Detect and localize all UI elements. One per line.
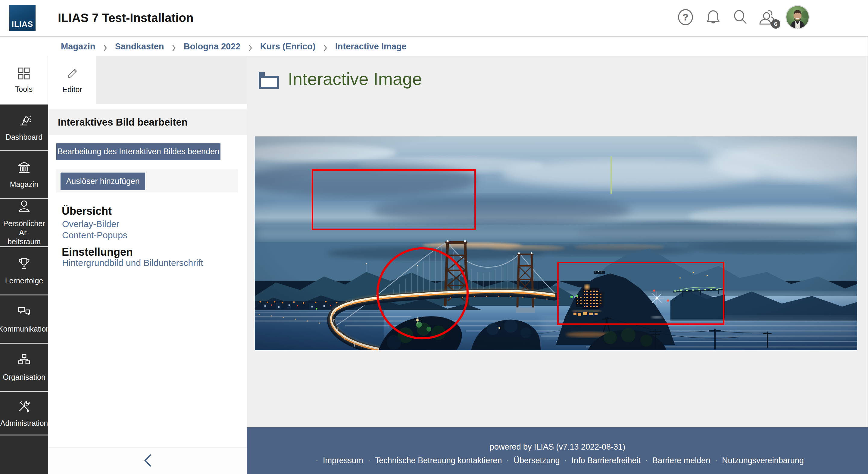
notifications-bell-icon[interactable] (705, 8, 722, 26)
sidebar-item-dashboard[interactable]: Dashboard (0, 104, 48, 151)
online-counter-badge: 6 (771, 19, 780, 29)
person-icon (17, 199, 31, 215)
tools-grid-icon (18, 67, 30, 81)
sidebar-item-label: Kommunikation (0, 324, 50, 334)
content-area: Interactive Image (247, 56, 868, 427)
finish-editing-button[interactable]: Bearbeitung des Interaktiven Bildes been… (56, 143, 220, 160)
sidebar-item-magazin[interactable]: Magazin (0, 151, 48, 199)
rail-filler (0, 436, 48, 474)
settings-links: Hintergrundbild und Bildunterschrift (62, 257, 203, 268)
sidebar-item-kommunikation[interactable]: Kommunikation (0, 295, 48, 344)
help-icon[interactable]: ? (677, 8, 694, 26)
editor-side-panel: Editor Interaktives Bild bearbeiten Bear… (48, 56, 247, 474)
footer-link-impressum[interactable]: Impressum (323, 456, 363, 465)
ilias-logo-text: ILIAS (9, 20, 35, 29)
content-scrollbar-thumb[interactable] (611, 156, 612, 194)
sidebar-item-personal-workspace[interactable]: Persönlicher Ar- beitsraum (0, 199, 48, 247)
sidebar-item-label: Organisation (3, 373, 45, 382)
sidebar-item-organisation[interactable]: Organisation (0, 344, 48, 392)
footer: powered by ILIAS (v7.13 2022-08-31) · Im… (247, 427, 868, 474)
breadcrumb-item-bologna[interactable]: Bologna 2022 (184, 41, 241, 52)
overview-section-heading: Übersicht (62, 205, 112, 217)
trophy-icon (17, 257, 31, 272)
sidebar-item-tools[interactable]: Tools (0, 56, 48, 104)
footer-link-barriere-melden[interactable]: Barriere melden (652, 456, 710, 465)
repository-bank-icon (17, 160, 31, 176)
dashboard-lamp-icon (17, 113, 31, 129)
footer-link-support[interactable]: Technische Betreuung kontaktieren (375, 456, 502, 465)
bridge-night-photo (255, 136, 857, 350)
sidebar-item-label: Dashboard (6, 132, 42, 141)
overview-links: Overlay-Bilder Content-Popups (62, 218, 127, 241)
collapse-panel-button[interactable] (48, 447, 247, 474)
breadcrumb-item-kurs[interactable]: Kurs (Enrico) (260, 41, 316, 52)
top-bar: ILIAS ILIAS 7 Test-Installation ? 6 (0, 0, 868, 37)
folder-icon (259, 72, 279, 90)
chevron-left-icon (143, 453, 152, 469)
breadcrumb-item-magazin[interactable]: Magazin (61, 41, 95, 52)
trigger-area-circle[interactable] (376, 247, 469, 339)
org-chart-icon (17, 353, 31, 369)
interactive-image-canvas[interactable] (255, 136, 857, 350)
footer-separator: · (715, 456, 717, 465)
content-popups-link[interactable]: Content-Popups (62, 229, 127, 241)
tab-editor-label: Editor (62, 85, 82, 94)
background-image-link[interactable]: Hintergrundbild und Bildunterschrift (62, 257, 203, 268)
tab-editor[interactable]: Editor (48, 56, 96, 104)
breadcrumb-item-current[interactable]: Interactive Image (335, 41, 407, 52)
sidebar-item-label: Tools (15, 85, 33, 94)
settings-section-heading: Einstellungen (62, 246, 133, 258)
footer-separator: · (506, 456, 509, 465)
installation-title: ILIAS 7 Test-Installation (58, 0, 193, 36)
breadcrumb-item-sandkasten[interactable]: Sandkasten (115, 41, 164, 52)
sidebar-item-administration[interactable]: Administration (0, 392, 48, 436)
panel-title: Interaktives Bild bearbeiten (48, 109, 247, 135)
page-title: Interactive Image (288, 69, 422, 89)
trigger-area-rectangle-1[interactable] (312, 169, 476, 230)
footer-link-barrierefreiheit[interactable]: Info Barrierefreiheit (571, 456, 641, 465)
footer-separator: · (316, 456, 318, 465)
footer-separator: · (645, 456, 648, 465)
trigger-area-rectangle-2[interactable] (557, 262, 724, 325)
footer-link-nutzungsvereinbarung[interactable]: Nutzungsvereinbarung (722, 456, 804, 465)
overlay-images-link[interactable]: Overlay-Bilder (62, 218, 127, 229)
sidebar-item-label: Lernerfolge (5, 276, 43, 285)
footer-separator: · (564, 456, 567, 465)
breadcrumb: Magazin › Sandkasten › Bologna 2022 › Ku… (0, 37, 868, 56)
footer-link-uebersetzung[interactable]: Übersetzung (514, 456, 560, 465)
sidebar-item-lernerfolge[interactable]: Lernerfolge (0, 247, 48, 295)
ilias-app: { "header": { "logo_text": "ILIAS", "tit… (0, 0, 868, 474)
sidebar-item-label: Magazin (10, 180, 38, 189)
wrench-screwdriver-icon (17, 399, 31, 415)
powered-by-text: powered by ILIAS (v7.13 2022-08-31) (247, 442, 868, 452)
footer-separator: · (368, 456, 370, 465)
sidebar-item-label: Administration (0, 419, 48, 428)
ilias-logo[interactable]: ILIAS (9, 5, 35, 31)
search-icon[interactable] (732, 8, 749, 26)
main-menu-rail: Dashboard Magazin Persönlicher Ar- beits… (0, 104, 48, 474)
scrollbar-track[interactable] (867, 36, 867, 427)
svg-text:?: ? (682, 12, 688, 23)
avatar[interactable] (786, 6, 809, 28)
add-trigger-button[interactable]: Auslöser hinzufügen (61, 172, 145, 190)
footer-links: · Impressum · Technische Betreuung konta… (247, 456, 868, 465)
sidebar-item-label: Persönlicher Ar- beitsraum (0, 219, 48, 246)
speech-bubbles-icon (17, 305, 31, 320)
pencil-icon (66, 67, 79, 81)
